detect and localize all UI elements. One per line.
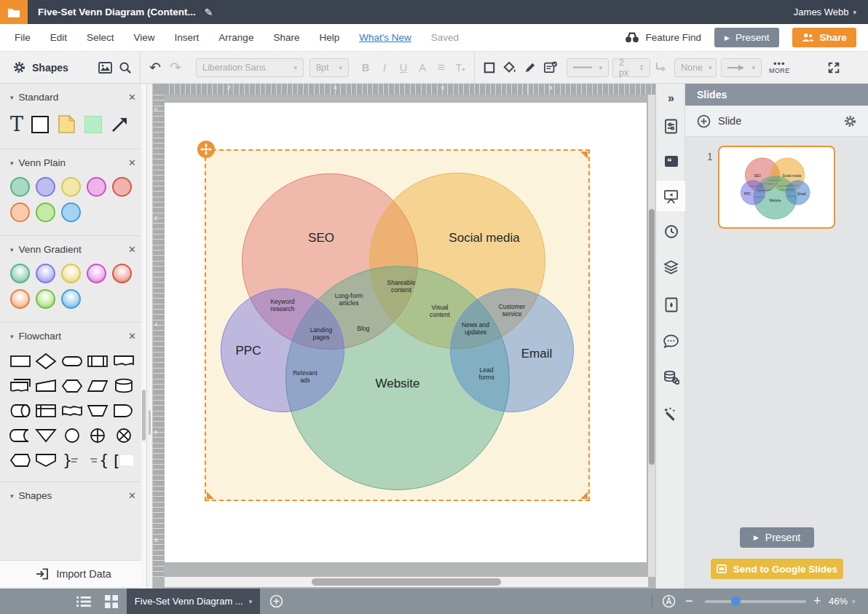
close-icon[interactable]: ✕ [128,157,136,168]
venn-plain-blue[interactable] [61,202,81,222]
venn-label-seo[interactable]: SEO [308,231,334,245]
slide-thumbnail[interactable]: SEO Social media PPC Email Website Keywo… [718,146,835,229]
page-tab[interactable]: Five-Set Venn Diagram ... ▾ [127,589,260,614]
font-size-select[interactable]: 8pt ▾ [309,58,349,77]
selection-corner-handle[interactable] [580,151,588,159]
venn-label-visual-content[interactable]: Visual content [425,304,455,318]
venn-gradient-green[interactable] [10,264,30,283]
notes-button[interactable]: ❝ [656,146,686,176]
present-button[interactable]: ▶ Present [714,28,779,47]
line-style-select[interactable]: ▾ [567,58,609,77]
shape-arrow[interactable] [110,115,129,134]
user-menu[interactable]: James Webb ▾ [794,7,856,17]
text-color-button[interactable]: A [413,62,432,74]
send-to-google-slides-button[interactable]: Send to Google Slides [711,559,843,579]
flowchart-multiple-documents[interactable] [9,377,32,395]
flowchart-internal-storage[interactable] [34,401,58,420]
comments-button[interactable] [656,326,686,355]
flowchart-terminator[interactable] [60,352,84,371]
venn-label-lead-forms[interactable]: Lead forms [474,366,499,381]
menu-view[interactable]: View [134,32,155,43]
font-family-select[interactable]: Liberation Sans ▾ [196,58,304,77]
bold-button[interactable]: B [356,62,375,74]
venn-label-customer-service[interactable]: Customer service [492,303,532,318]
zoom-in-button[interactable]: + [813,589,821,614]
fill-color-button[interactable] [500,58,520,78]
venn-gradient-red[interactable] [112,264,132,283]
connector-type-button[interactable] [650,58,671,78]
menu-share[interactable]: Share [273,32,299,43]
flowchart-manual-input[interactable] [34,377,58,395]
venn-gradient-purple[interactable] [36,264,55,283]
home-button[interactable] [0,0,28,24]
slides-panel-button[interactable] [656,181,686,211]
flowchart-manual-operation[interactable] [86,401,109,420]
close-icon[interactable]: ✕ [128,244,136,255]
zoom-slider-knob[interactable] [731,597,741,606]
shape-style-button[interactable] [479,58,500,78]
venn-label-keyword-research[interactable]: Keyword research [264,298,301,312]
slide-settings-gear-icon[interactable] [844,115,856,127]
redo-button[interactable]: ↷ [165,58,186,78]
line-color-button[interactable] [520,58,540,78]
flowchart-process[interactable] [9,352,32,371]
flowchart-summing-junction[interactable] [112,426,135,445]
line-start-select[interactable]: None ▾ [674,58,717,77]
collapse-dock-button[interactable]: » [656,84,686,113]
venn-gradient-yellow[interactable] [61,264,81,283]
section-venn-plain[interactable]: ▾ Venn Plain ✕ [0,149,146,174]
page[interactable]: SEO Social media PPC Email Website Keywo… [165,103,647,562]
whats-new-link[interactable]: What's New [359,32,411,43]
venn-gradient-blue[interactable] [61,289,81,309]
underline-button[interactable]: U [394,62,413,74]
line-width-stepper[interactable]: 2 px ▲▼ [612,58,650,77]
flowchart-connector[interactable] [60,426,84,445]
venn-label-landing-pages[interactable]: Landing pages [304,326,338,341]
venn-label-long-form-articles[interactable]: Long-form articles [328,292,370,307]
flowchart-database[interactable] [112,377,135,395]
venn-plain-red[interactable] [112,177,132,197]
section-shapes[interactable]: ▾ Shapes ✕ [0,482,146,507]
flowchart-data[interactable] [86,377,109,395]
flowchart-or[interactable] [86,426,109,445]
venn-gradient-magenta[interactable] [87,264,106,283]
venn-label-relevant-ads[interactable]: Relevant ads [288,369,323,384]
vertical-scrollbar[interactable] [648,95,655,577]
undo-button[interactable]: ↶ [145,58,165,78]
flowchart-brace-right[interactable]: } [60,451,84,470]
fullscreen-button[interactable] [824,58,844,78]
page-list-button[interactable] [71,589,96,614]
flowchart-preparation[interactable] [60,377,84,395]
venn-plain-magenta[interactable] [87,177,106,197]
venn-label-news-and-updates[interactable]: News and updates [460,321,491,336]
zoom-out-button[interactable]: − [685,589,693,614]
zoom-slider[interactable] [705,600,806,603]
page-grid-button[interactable] [99,589,124,614]
layers-button[interactable] [656,253,686,282]
venn-label-email[interactable]: Email [521,347,553,361]
menu-file[interactable]: File [15,32,31,43]
italic-button[interactable]: I [375,62,394,74]
flowchart-paper-tape[interactable] [60,401,84,420]
add-slide-row[interactable]: Slide [685,106,868,137]
data-linking-button[interactable] [656,363,686,392]
close-icon[interactable]: ✕ [128,490,136,501]
line-end-select[interactable]: ▾ [721,58,762,77]
flowchart-off-page-connector[interactable] [34,451,58,470]
venn-label-ppc[interactable]: PPC [236,344,261,358]
feature-find-button[interactable]: Feature Find [625,32,701,43]
panel-resize-divider[interactable] [147,84,153,589]
shape-text[interactable]: T [10,115,23,134]
menu-insert[interactable]: Insert [175,32,200,43]
flowchart-decision[interactable] [34,352,58,371]
menu-edit[interactable]: Edit [50,32,67,43]
venn-plain-lightgreen[interactable] [36,202,55,222]
text-options-button[interactable]: T▾ [451,62,470,74]
flowchart-card[interactable] [9,451,32,470]
venn-plain-yellow[interactable] [61,177,81,197]
flowchart-direct-access-storage[interactable] [9,401,32,420]
shape-rectangle[interactable] [31,116,49,133]
flowchart-text-bracket[interactable]: [ [112,451,135,470]
vertical-scrollbar-thumb[interactable] [649,209,655,465]
canvas-viewport[interactable]: SEO Social media PPC Email Website Keywo… [165,95,648,577]
